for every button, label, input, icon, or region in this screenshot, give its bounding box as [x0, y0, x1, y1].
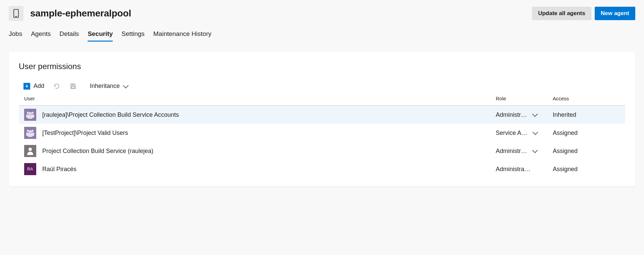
chevron-down-icon	[532, 111, 538, 117]
tab-details[interactable]: Details	[59, 28, 79, 42]
avatar	[24, 145, 36, 157]
role-text: Service A…	[496, 130, 527, 137]
chevron-down-icon	[123, 83, 129, 88]
role-text: Administrator	[496, 166, 531, 173]
table-row[interactable]: RARaúl PiracésAdministratorAssigned	[19, 160, 625, 178]
tab-maintenance-history[interactable]: Maintenance History	[153, 28, 211, 42]
inheritance-dropdown[interactable]: Inheritance	[90, 83, 128, 90]
col-user: User	[24, 96, 496, 101]
role-cell: Administrator	[496, 166, 553, 173]
access-text: Assigned	[553, 130, 620, 137]
svg-rect-2	[72, 84, 74, 85]
col-role: Role	[496, 96, 553, 101]
inheritance-label: Inheritance	[90, 83, 120, 90]
role-cell[interactable]: Administr…	[496, 111, 553, 118]
permissions-card: User permissions + Add	[9, 52, 635, 186]
chevron-down-icon	[532, 148, 538, 153]
svg-point-12	[29, 130, 32, 133]
access-text: Assigned	[553, 148, 620, 155]
role-text: Administr…	[496, 111, 527, 118]
svg-point-5	[32, 112, 34, 114]
page-title: sample-ephemeralpool	[30, 8, 525, 19]
user-name: [raulejea]\Project Collection Build Serv…	[42, 111, 179, 118]
table-row[interactable]: Project Collection Build Service (raulej…	[19, 142, 625, 160]
role-cell[interactable]: Administr…	[496, 148, 553, 155]
tab-agents[interactable]: Agents	[31, 28, 51, 42]
role-cell[interactable]: Service A…	[496, 130, 553, 137]
user-name: Project Collection Build Service (raulej…	[42, 148, 153, 155]
chevron-down-icon	[533, 130, 538, 135]
svg-point-4	[27, 112, 29, 114]
plus-icon: +	[23, 83, 30, 90]
tab-bar: JobsAgentsDetailsSecuritySettingsMainten…	[9, 28, 635, 42]
new-agent-button[interactable]: New agent	[595, 7, 635, 20]
access-text: Assigned	[553, 166, 620, 173]
svg-rect-3	[72, 86, 74, 88]
svg-point-10	[27, 130, 29, 132]
svg-rect-9	[28, 115, 33, 119]
save-icon	[70, 83, 76, 90]
col-access: Access	[553, 96, 620, 101]
update-all-agents-button[interactable]: Update all agents	[532, 7, 591, 20]
table-row[interactable]: [raulejea]\Project Collection Build Serv…	[19, 106, 625, 124]
svg-point-16	[29, 148, 32, 151]
section-title: User permissions	[19, 62, 625, 71]
tab-security[interactable]: Security	[88, 28, 113, 42]
tab-settings[interactable]: Settings	[121, 28, 145, 42]
avatar	[24, 127, 36, 139]
add-button[interactable]: + Add	[23, 83, 44, 90]
undo-icon	[54, 83, 60, 90]
svg-point-11	[32, 130, 34, 132]
avatar: RA	[24, 163, 36, 175]
avatar	[24, 109, 36, 121]
tab-jobs[interactable]: Jobs	[9, 28, 22, 42]
add-label: Add	[34, 83, 44, 90]
user-name: [TestProject]\Project Valid Users	[42, 130, 128, 137]
svg-point-6	[29, 112, 32, 115]
svg-rect-15	[28, 133, 33, 137]
role-text: Administr…	[496, 148, 527, 155]
user-name: Raúl Piracés	[42, 166, 76, 173]
access-text: Inherited	[553, 111, 620, 118]
table-row[interactable]: [TestProject]\Project Valid UsersService…	[19, 124, 625, 142]
pool-icon	[9, 6, 23, 21]
